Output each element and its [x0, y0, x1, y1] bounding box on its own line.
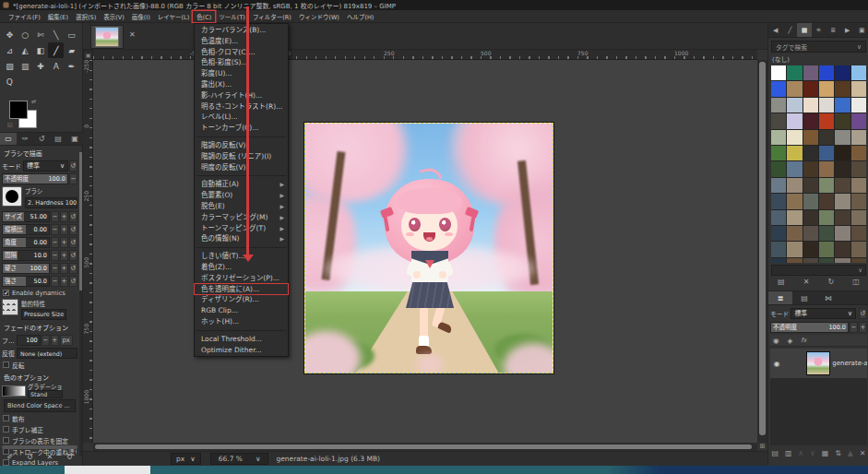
- pattern-swatch[interactable]: [771, 194, 786, 208]
- pattern-swatch[interactable]: [803, 130, 818, 145]
- pattern-swatch[interactable]: [835, 161, 850, 176]
- fade-plus-button[interactable]: +: [51, 335, 59, 346]
- invert-row[interactable]: 反転: [3, 360, 77, 370]
- tool-option-slider[interactable]: サイズ 51.00: [2, 211, 50, 222]
- invert-checkbox[interactable]: [3, 361, 9, 368]
- pattern-swatch[interactable]: [835, 210, 850, 225]
- reset-button[interactable]: ↺: [69, 276, 77, 287]
- pattern-swatch[interactable]: [835, 130, 850, 145]
- pattern-swatch[interactable]: [771, 146, 786, 160]
- pattern-swatch[interactable]: [835, 113, 850, 128]
- menubar-item[interactable]: 選択(S): [72, 11, 100, 22]
- pattern-swatch[interactable]: [803, 113, 818, 128]
- pattern-swatch[interactable]: [835, 65, 850, 80]
- lower-layer-button[interactable]: ∨: [810, 449, 815, 457]
- pattern-search[interactable]: タグで検索 ∨: [771, 41, 866, 53]
- tab-scroll-right[interactable]: ▶: [840, 23, 855, 37]
- tab-scroll-left[interactable]: ◀: [768, 23, 783, 37]
- document-tab[interactable]: [90, 25, 124, 49]
- delete-preset-button[interactable]: ✕: [46, 453, 53, 461]
- new-group-button[interactable]: ▥: [785, 449, 792, 457]
- mode-select[interactable]: 標準 ∨: [23, 160, 68, 172]
- tool-bucket-fill[interactable]: ◧: [33, 42, 49, 58]
- pattern-swatch[interactable]: [835, 178, 850, 193]
- lock-icon[interactable]: ◈: [788, 337, 793, 345]
- pattern-swatch[interactable]: [835, 194, 850, 208]
- tool-transform[interactable]: ⊿: [2, 42, 18, 58]
- horizontal-scrollbar[interactable]: [93, 443, 757, 451]
- open-pattern-button[interactable]: ◫: [852, 278, 860, 286]
- plus-button[interactable]: +: [60, 276, 68, 287]
- merge-layer-button[interactable]: ⇅: [835, 449, 841, 457]
- foreground-color-swatch[interactable]: [9, 101, 28, 119]
- layer-opacity-slider[interactable]: 不透明度 100.0: [770, 322, 849, 333]
- pattern-swatch[interactable]: [819, 258, 834, 263]
- tool-option-slider[interactable]: 間隔 10.0: [2, 250, 50, 261]
- menubar-item[interactable]: 表示(V): [100, 11, 128, 22]
- menu-item[interactable]: 色の情報(N) ▶: [195, 233, 288, 244]
- pattern-swatch[interactable]: [771, 98, 786, 113]
- layer-row[interactable]: ◉ generate-a: [770, 349, 867, 378]
- pattern-swatch[interactable]: [787, 226, 802, 241]
- pattern-swatch[interactable]: [835, 226, 850, 241]
- plus-button[interactable]: +: [60, 224, 68, 235]
- menu-item[interactable]: トーンマッピング(T) ▶: [195, 223, 288, 234]
- pattern-swatch[interactable]: [771, 242, 786, 256]
- repeat-select[interactable]: None (extend): [17, 348, 77, 359]
- menu-item[interactable]: 色相-クロマ(C)...: [195, 47, 288, 58]
- option-checkbox-row[interactable]: 散布: [3, 413, 77, 423]
- pattern-swatch[interactable]: [771, 210, 786, 225]
- dynamics-value[interactable]: Pressure Size: [21, 309, 66, 320]
- menu-item[interactable]: 明るさ-コントラスト(R)...: [195, 101, 288, 113]
- reset-button[interactable]: ↺: [69, 237, 77, 248]
- pattern-swatch[interactable]: [771, 226, 786, 241]
- menubar-item[interactable]: フィルター(R): [249, 11, 295, 22]
- menu-item[interactable]: ポスタリゼーション(P)...: [195, 273, 288, 284]
- enable-dynamics-row[interactable]: ✓ Enable dynamics: [3, 288, 77, 298]
- layer-opacity-plus-button[interactable]: +: [859, 322, 867, 333]
- pattern-swatch[interactable]: [851, 81, 866, 96]
- vertical-ruler[interactable]: -250 0 250 500 750 1000: [83, 60, 93, 443]
- pattern-swatch[interactable]: [835, 242, 850, 256]
- plus-button[interactable]: +: [60, 211, 68, 222]
- menu-item[interactable]: [196, 244, 286, 248]
- canvas-viewport[interactable]: [93, 60, 757, 443]
- tool-option-slider[interactable]: 角度 0.00: [2, 237, 50, 248]
- tab-images[interactable]: ▤: [50, 133, 66, 145]
- tool-paintbrush[interactable]: ╱: [48, 42, 64, 58]
- tool-rect-select[interactable]: ▭: [64, 27, 79, 42]
- menu-item[interactable]: Local Threshold...: [195, 334, 288, 345]
- tab-tool-options[interactable]: ▭: [0, 133, 17, 145]
- brush-thumbnail[interactable]: [2, 186, 22, 207]
- menu-item[interactable]: 階調の反転 (リニア)(I): [195, 151, 288, 162]
- tab-device-status[interactable]: ✑: [17, 133, 33, 145]
- menu-item[interactable]: 脱色(E) ▶: [195, 201, 288, 212]
- tab-fonts[interactable]: ✳: [812, 23, 826, 37]
- zoom-select[interactable]: 66.7 % ∨: [210, 453, 269, 465]
- tab-document-history[interactable]: ▣: [66, 133, 83, 145]
- pattern-swatch[interactable]: [819, 161, 834, 176]
- pattern-swatch[interactable]: [771, 113, 786, 128]
- menu-item[interactable]: 色を透明度に(A)...: [195, 284, 288, 295]
- option-checkbox-row[interactable]: ブラシの表示を固定: [3, 435, 77, 445]
- menu-item[interactable]: Optimize Dither...: [195, 345, 288, 356]
- menubar-item[interactable]: レイヤー(L): [154, 11, 194, 22]
- tab-channels[interactable]: ▤: [792, 291, 816, 304]
- pattern-swatch[interactable]: [787, 81, 802, 96]
- pattern-swatch[interactable]: [787, 130, 802, 145]
- pattern-swatch[interactable]: [835, 81, 850, 96]
- pattern-swatch[interactable]: [851, 113, 866, 128]
- menu-item[interactable]: 自動補正(A) ▶: [195, 179, 288, 190]
- opacity-slider[interactable]: 不透明度 100.0: [2, 173, 68, 184]
- minus-button[interactable]: −: [51, 276, 59, 287]
- tool-zoom[interactable]: Q: [2, 74, 18, 89]
- anchor-layer-button[interactable]: ▲: [848, 449, 853, 457]
- menu-item[interactable]: 着色(Z)...: [195, 262, 288, 273]
- pattern-swatch[interactable]: [771, 258, 786, 263]
- menubar-item[interactable]: 編集(E): [44, 11, 72, 22]
- pattern-swatch[interactable]: [851, 242, 866, 256]
- minus-button[interactable]: −: [51, 224, 59, 235]
- menu-item[interactable]: レベル(L)...: [195, 112, 288, 123]
- save-preset-button[interactable]: ✐: [6, 453, 13, 461]
- tool-option-slider[interactable]: 硬さ 100.0: [2, 263, 50, 274]
